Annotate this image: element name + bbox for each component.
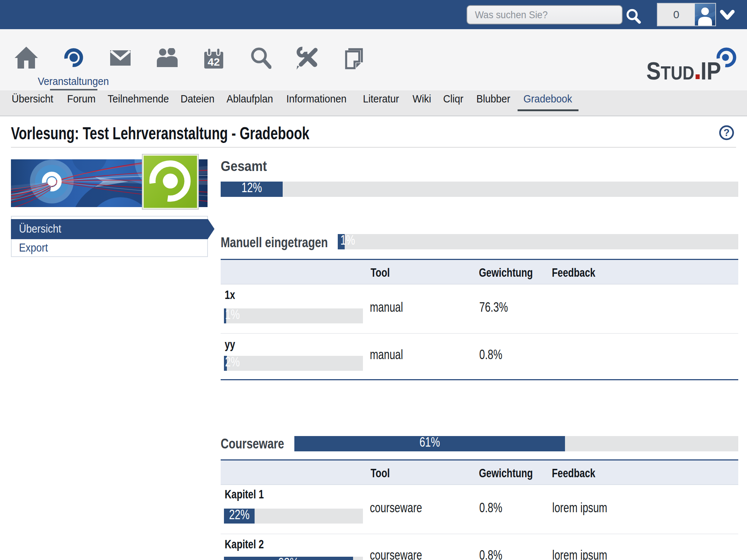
svg-text:?: ? — [724, 127, 730, 138]
svg-text:42: 42 — [208, 56, 220, 68]
